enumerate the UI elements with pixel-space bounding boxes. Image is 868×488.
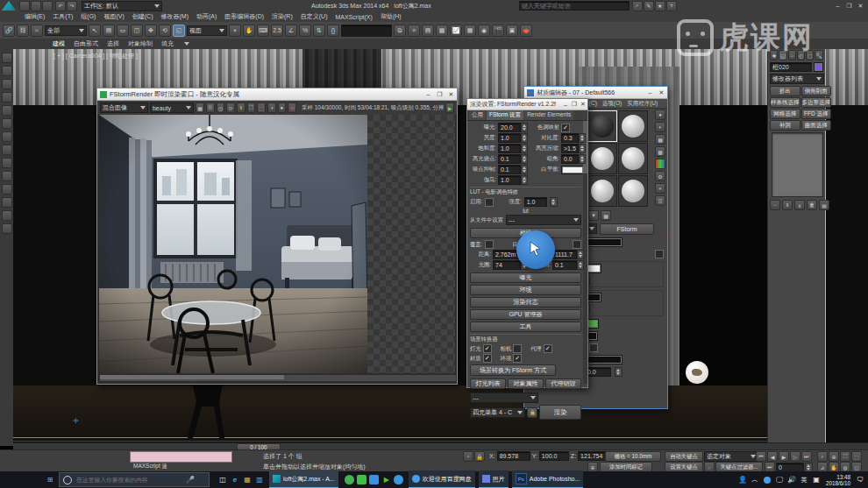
layers-icon[interactable] bbox=[2, 66, 12, 76]
channel-dropdown[interactable]: 混合图像 bbox=[100, 103, 148, 113]
network-icon[interactable]: 🖵 bbox=[773, 474, 786, 486]
select-by-name-icon[interactable]: ▤ bbox=[103, 25, 115, 37]
modifier-list-dropdown[interactable]: 修改器列表 bbox=[770, 74, 824, 84]
vignette-field[interactable]: 0.0 bbox=[561, 154, 579, 164]
render-icon[interactable]: ▶ bbox=[445, 103, 454, 113]
show-hidden-icons[interactable]: ︿ bbox=[749, 474, 761, 486]
x-coordinate-field[interactable]: 89.578 bbox=[497, 451, 530, 461]
tone-map-checkbox[interactable]: ✓ bbox=[561, 124, 570, 132]
zoom-extents-icon[interactable]: ⛶ bbox=[840, 451, 850, 462]
material-slot[interactable] bbox=[618, 143, 648, 174]
y-coordinate-field[interactable]: 100.0 bbox=[539, 451, 569, 461]
star-icon[interactable]: ★ bbox=[655, 1, 665, 11]
close-button[interactable]: ✕ bbox=[445, 90, 457, 99]
resume-icon[interactable]: ⟳ bbox=[226, 103, 235, 113]
rollout-gpu-manager[interactable]: GPU 管理器 bbox=[470, 309, 581, 320]
maximize-button[interactable]: ❐ bbox=[570, 100, 579, 109]
exposure-field[interactable]: 20.0 bbox=[498, 123, 521, 132]
object-name-field[interactable]: 框020 bbox=[770, 62, 812, 72]
camera-focal-field[interactable]: 1111.7 bbox=[552, 250, 577, 259]
play-icon[interactable]: ▶ bbox=[779, 451, 789, 462]
minimize-button[interactable]: – bbox=[644, 88, 656, 97]
graphite-icon[interactable]: ▩ bbox=[436, 25, 448, 37]
tab-render-elements[interactable]: Render Elements bbox=[524, 110, 573, 120]
denoise-field[interactable]: 0.1 bbox=[498, 165, 521, 174]
select-link-icon[interactable]: 🔗 bbox=[3, 25, 15, 37]
converter-lights-checkbox[interactable]: ✓ bbox=[483, 344, 492, 353]
minimize-button[interactable]: – bbox=[423, 90, 434, 99]
render-dialog-titlebar[interactable]: 渲染设置: FStormRender v1.2.2f – ❐ ✕ bbox=[467, 99, 587, 110]
history-icon[interactable]: ◷ bbox=[217, 103, 225, 113]
spinner[interactable] bbox=[521, 144, 528, 153]
highlight-compress-field[interactable]: >1.5 bbox=[561, 144, 579, 153]
ribbon-tab-freeform[interactable]: 自由形式 bbox=[74, 39, 98, 48]
fstorm-titlebar[interactable]: FStormRender 即时渲染窗口 - 随意汉化专属 – ❐ ✕ bbox=[97, 88, 457, 101]
spinner[interactable] bbox=[579, 133, 586, 143]
ribbon-tab-selection[interactable]: 选择 bbox=[107, 39, 119, 48]
twosided-checkbox[interactable] bbox=[655, 250, 664, 258]
named-selection-set-box[interactable] bbox=[341, 25, 392, 37]
material-slot[interactable] bbox=[587, 143, 617, 174]
horizontal-scrollbar[interactable] bbox=[99, 374, 457, 382]
menu-views[interactable]: 视图(V) bbox=[103, 12, 124, 21]
shapes-icon[interactable] bbox=[2, 105, 12, 116]
spinner[interactable] bbox=[521, 165, 528, 174]
rollout-environment[interactable]: 环境 bbox=[470, 285, 581, 295]
file-explorer-icon[interactable]: ▦ bbox=[241, 474, 253, 486]
current-frame-field[interactable]: 0 bbox=[776, 463, 804, 472]
backlight-icon[interactable]: ◐ bbox=[655, 122, 665, 132]
rect-region-icon[interactable]: ▭ bbox=[117, 25, 129, 37]
material-slot[interactable] bbox=[587, 175, 617, 207]
proxy-button[interactable]: 代理销毁 bbox=[545, 378, 581, 389]
go-end-icon[interactable]: ⏭ bbox=[801, 451, 812, 462]
material-slot[interactable] bbox=[618, 175, 648, 207]
wechat-icon[interactable] bbox=[356, 474, 368, 486]
region-render-icon[interactable]: ⛶ bbox=[247, 103, 256, 113]
ribbon-tab-populate[interactable]: 填充 bbox=[161, 39, 174, 48]
spinner[interactable] bbox=[521, 123, 528, 132]
modifier-button-bevel-profile[interactable]: 倒角剖面 bbox=[801, 86, 832, 96]
modifier-button-extrude[interactable]: 挤出 bbox=[770, 86, 800, 96]
element-dropdown[interactable]: beauty bbox=[150, 103, 194, 113]
float-ball[interactable] bbox=[686, 361, 708, 384]
burn-field[interactable]: 0.1 bbox=[498, 154, 521, 164]
menu-utilities[interactable]: 实用程序(U) bbox=[627, 100, 658, 108]
helpers-icon[interactable] bbox=[2, 145, 12, 155]
ime-mode-icon[interactable]: ▣ bbox=[810, 474, 822, 486]
select-manipulate-icon[interactable]: ✋ bbox=[243, 25, 255, 37]
undo-icon[interactable]: ↶ bbox=[55, 1, 66, 11]
select-rotate-icon[interactable]: ⟲ bbox=[159, 25, 171, 37]
compare-icon[interactable]: ◑ bbox=[267, 103, 276, 113]
camera-target-checkbox[interactable] bbox=[573, 240, 581, 249]
menu-customize[interactable]: 自定义(U) bbox=[301, 12, 328, 21]
render-button[interactable]: 渲染 bbox=[539, 405, 581, 420]
fit-view-icon[interactable]: ⬚ bbox=[257, 103, 266, 113]
select-scale-icon[interactable]: ◱ bbox=[173, 25, 185, 37]
copy-image-icon[interactable]: ⎘ bbox=[206, 103, 215, 113]
material-map-navigator-icon[interactable]: ☰ bbox=[655, 195, 665, 206]
converter-proxy-checkbox[interactable]: ✓ bbox=[544, 344, 552, 353]
pause-icon[interactable]: ‖ bbox=[237, 103, 245, 113]
camera-scale-field[interactable]: 0.1 bbox=[552, 260, 577, 270]
menu-help[interactable]: 帮助(H) bbox=[381, 12, 402, 21]
tab-utilities-icon[interactable]: 🔧 bbox=[815, 50, 823, 60]
lut-enable-checkbox[interactable] bbox=[485, 198, 494, 207]
ribbon-tab-objectpaint[interactable]: 对象绘制 bbox=[128, 39, 153, 48]
light-lister-button[interactable]: 灯光列表 bbox=[470, 378, 506, 389]
material-slot[interactable] bbox=[618, 110, 648, 142]
select-object-icon[interactable]: ↖ bbox=[89, 25, 101, 37]
rendered-frame-icon[interactable]: ▣ bbox=[506, 25, 518, 37]
taskbar-search-input[interactable] bbox=[75, 476, 183, 484]
cameras-icon[interactable] bbox=[2, 131, 12, 142]
ribbon-tab-modeling[interactable]: 建模 bbox=[53, 39, 65, 48]
containers-icon[interactable] bbox=[2, 79, 12, 89]
tab-common[interactable]: 公用 bbox=[469, 110, 486, 120]
lightlist-checkbox[interactable] bbox=[589, 343, 598, 352]
align-icon[interactable]: ≡ bbox=[408, 25, 420, 37]
refresh-icon[interactable]: ⟲ bbox=[288, 103, 296, 113]
pencil-icon[interactable]: ✎ bbox=[644, 1, 654, 11]
modifier-button-ffd-select[interactable]: FFD 选择 bbox=[801, 109, 832, 119]
converter-cameras-checkbox[interactable] bbox=[513, 344, 522, 353]
modifier-button-cap-holes[interactable]: 补洞 bbox=[770, 120, 800, 131]
tiling-icon[interactable]: ▩ bbox=[655, 146, 665, 157]
